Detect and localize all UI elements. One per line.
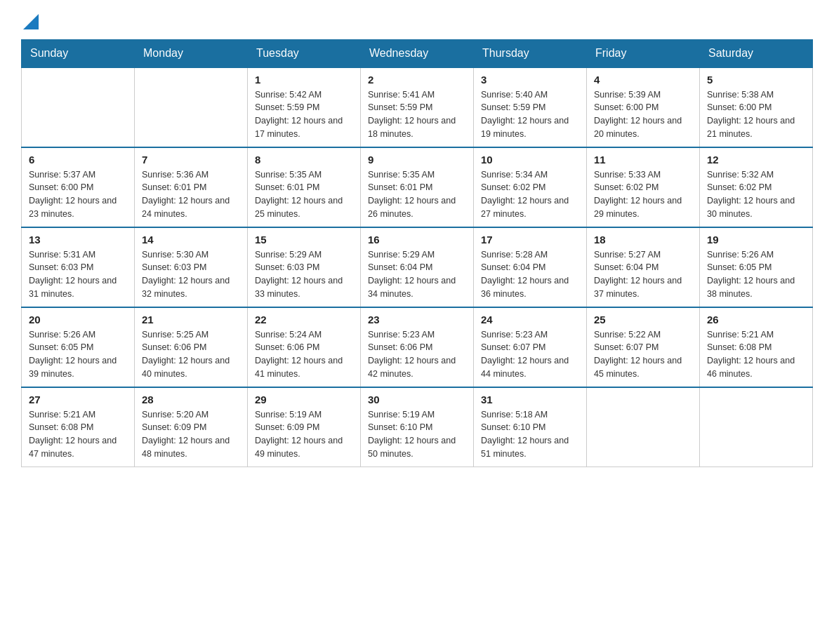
day-of-week-header: Saturday [700,39,813,67]
calendar-cell: 24Sunrise: 5:23 AMSunset: 6:07 PMDayligh… [474,307,587,387]
day-number: 20 [29,314,127,326]
calendar-cell: 28Sunrise: 5:20 AMSunset: 6:09 PMDayligh… [135,387,248,467]
day-of-week-header: Monday [135,39,248,67]
day-number: 31 [481,394,579,405]
calendar-cell: 13Sunrise: 5:31 AMSunset: 6:03 PMDayligh… [22,227,135,307]
day-info: Sunrise: 5:39 AMSunset: 6:00 PMDaylight:… [594,88,692,141]
day-number: 17 [481,234,579,246]
day-number: 1 [255,74,353,86]
day-number: 29 [255,394,353,405]
day-info: Sunrise: 5:38 AMSunset: 6:00 PMDaylight:… [707,88,805,141]
day-number: 25 [594,314,692,326]
day-info: Sunrise: 5:31 AMSunset: 6:03 PMDaylight:… [29,248,127,301]
day-info: Sunrise: 5:19 AMSunset: 6:10 PMDaylight:… [368,408,466,461]
calendar-week-row: 27Sunrise: 5:21 AMSunset: 6:08 PMDayligh… [22,387,813,467]
calendar-cell: 7Sunrise: 5:36 AMSunset: 6:01 PMDaylight… [135,147,248,227]
calendar-cell: 18Sunrise: 5:27 AMSunset: 6:04 PMDayligh… [587,227,700,307]
day-number: 13 [29,234,127,246]
calendar-week-row: 6Sunrise: 5:37 AMSunset: 6:00 PMDaylight… [22,147,813,227]
day-number: 27 [29,394,127,405]
day-info: Sunrise: 5:42 AMSunset: 5:59 PMDaylight:… [255,88,353,141]
day-info: Sunrise: 5:40 AMSunset: 5:59 PMDaylight:… [481,88,579,141]
calendar-cell: 26Sunrise: 5:21 AMSunset: 6:08 PMDayligh… [700,307,813,387]
day-of-week-header: Sunday [22,39,135,67]
day-info: Sunrise: 5:26 AMSunset: 6:05 PMDaylight:… [707,248,805,301]
day-number: 9 [368,154,466,166]
day-info: Sunrise: 5:18 AMSunset: 6:10 PMDaylight:… [481,408,579,461]
day-number: 28 [142,394,240,405]
calendar-cell: 15Sunrise: 5:29 AMSunset: 6:03 PMDayligh… [248,227,361,307]
day-number: 10 [481,154,579,166]
calendar-cell: 4Sunrise: 5:39 AMSunset: 6:00 PMDaylight… [587,67,700,147]
calendar-cell: 12Sunrise: 5:32 AMSunset: 6:02 PMDayligh… [700,147,813,227]
day-info: Sunrise: 5:23 AMSunset: 6:07 PMDaylight:… [481,328,579,381]
day-info: Sunrise: 5:20 AMSunset: 6:09 PMDaylight:… [142,408,240,461]
day-number: 5 [707,74,805,86]
calendar-cell [700,387,813,467]
calendar-cell: 5Sunrise: 5:38 AMSunset: 6:00 PMDaylight… [700,67,813,147]
day-number: 6 [29,154,127,166]
day-number: 24 [481,314,579,326]
calendar-cell: 30Sunrise: 5:19 AMSunset: 6:10 PMDayligh… [361,387,474,467]
day-of-week-header: Wednesday [361,39,474,67]
calendar-cell: 10Sunrise: 5:34 AMSunset: 6:02 PMDayligh… [474,147,587,227]
calendar-cell [587,387,700,467]
day-of-week-header: Thursday [474,39,587,67]
day-number: 8 [255,154,353,166]
day-info: Sunrise: 5:23 AMSunset: 6:06 PMDaylight:… [368,328,466,381]
day-number: 14 [142,234,240,246]
day-info: Sunrise: 5:21 AMSunset: 6:08 PMDaylight:… [707,328,805,381]
day-number: 26 [707,314,805,326]
day-info: Sunrise: 5:29 AMSunset: 6:03 PMDaylight:… [255,248,353,301]
calendar-cell: 27Sunrise: 5:21 AMSunset: 6:08 PMDayligh… [22,387,135,467]
day-number: 4 [594,74,692,86]
calendar-table: SundayMondayTuesdayWednesdayThursdayFrid… [21,39,813,467]
calendar-cell: 31Sunrise: 5:18 AMSunset: 6:10 PMDayligh… [474,387,587,467]
calendar-cell: 1Sunrise: 5:42 AMSunset: 5:59 PMDaylight… [248,67,361,147]
day-number: 12 [707,154,805,166]
day-info: Sunrise: 5:35 AMSunset: 6:01 PMDaylight:… [255,168,353,221]
day-number: 16 [368,234,466,246]
day-info: Sunrise: 5:27 AMSunset: 6:04 PMDaylight:… [594,248,692,301]
calendar-cell: 14Sunrise: 5:30 AMSunset: 6:03 PMDayligh… [135,227,248,307]
calendar-cell [22,67,135,147]
day-info: Sunrise: 5:28 AMSunset: 6:04 PMDaylight:… [481,248,579,301]
day-number: 23 [368,314,466,326]
logo-triangle-icon [23,14,39,29]
logo [21,14,39,32]
day-number: 18 [594,234,692,246]
calendar-cell: 3Sunrise: 5:40 AMSunset: 5:59 PMDaylight… [474,67,587,147]
calendar-cell: 16Sunrise: 5:29 AMSunset: 6:04 PMDayligh… [361,227,474,307]
calendar-cell: 17Sunrise: 5:28 AMSunset: 6:04 PMDayligh… [474,227,587,307]
calendar-cell: 11Sunrise: 5:33 AMSunset: 6:02 PMDayligh… [587,147,700,227]
calendar-week-row: 1Sunrise: 5:42 AMSunset: 5:59 PMDaylight… [22,67,813,147]
day-info: Sunrise: 5:19 AMSunset: 6:09 PMDaylight:… [255,408,353,461]
calendar-week-row: 13Sunrise: 5:31 AMSunset: 6:03 PMDayligh… [22,227,813,307]
calendar-cell: 2Sunrise: 5:41 AMSunset: 5:59 PMDaylight… [361,67,474,147]
day-of-week-header: Friday [587,39,700,67]
day-info: Sunrise: 5:24 AMSunset: 6:06 PMDaylight:… [255,328,353,381]
calendar-cell: 20Sunrise: 5:26 AMSunset: 6:05 PMDayligh… [22,307,135,387]
day-info: Sunrise: 5:37 AMSunset: 6:00 PMDaylight:… [29,168,127,221]
day-number: 19 [707,234,805,246]
day-info: Sunrise: 5:30 AMSunset: 6:03 PMDaylight:… [142,248,240,301]
calendar-cell [135,67,248,147]
day-info: Sunrise: 5:29 AMSunset: 6:04 PMDaylight:… [368,248,466,301]
calendar-cell: 6Sunrise: 5:37 AMSunset: 6:00 PMDaylight… [22,147,135,227]
day-info: Sunrise: 5:33 AMSunset: 6:02 PMDaylight:… [594,168,692,221]
svg-marker-0 [23,14,39,29]
day-number: 2 [368,74,466,86]
day-number: 30 [368,394,466,405]
day-info: Sunrise: 5:21 AMSunset: 6:08 PMDaylight:… [29,408,127,461]
calendar-cell: 29Sunrise: 5:19 AMSunset: 6:09 PMDayligh… [248,387,361,467]
day-number: 22 [255,314,353,326]
calendar-week-row: 20Sunrise: 5:26 AMSunset: 6:05 PMDayligh… [22,307,813,387]
page-header [21,14,813,32]
calendar-cell: 23Sunrise: 5:23 AMSunset: 6:06 PMDayligh… [361,307,474,387]
day-info: Sunrise: 5:32 AMSunset: 6:02 PMDaylight:… [707,168,805,221]
calendar-cell: 19Sunrise: 5:26 AMSunset: 6:05 PMDayligh… [700,227,813,307]
day-of-week-header: Tuesday [248,39,361,67]
day-info: Sunrise: 5:36 AMSunset: 6:01 PMDaylight:… [142,168,240,221]
calendar-header-row: SundayMondayTuesdayWednesdayThursdayFrid… [22,39,813,67]
day-info: Sunrise: 5:34 AMSunset: 6:02 PMDaylight:… [481,168,579,221]
